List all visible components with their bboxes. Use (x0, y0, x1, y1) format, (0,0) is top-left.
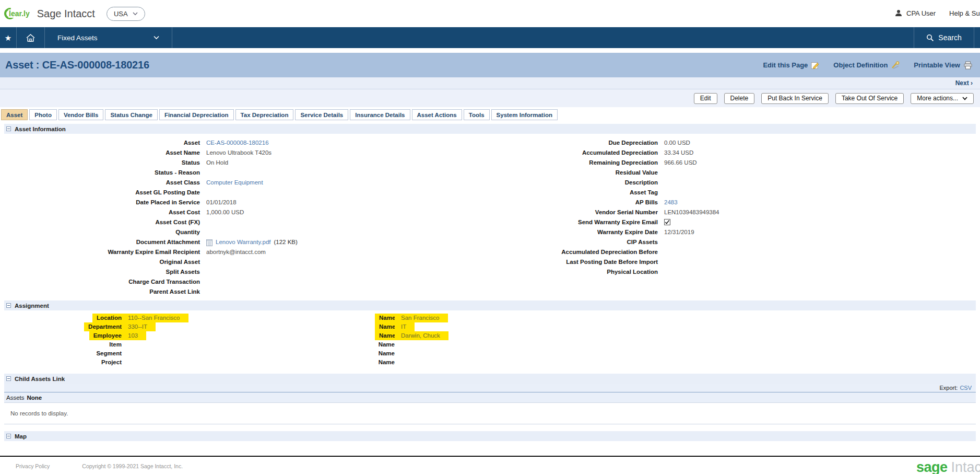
tab-financial-depreciation[interactable]: Financial Depreciation (159, 109, 234, 120)
export-label: Export: (940, 385, 958, 391)
put-back-in-service-button[interactable]: Put Back In Service (761, 93, 829, 104)
collapse-icon[interactable] (6, 126, 11, 131)
field-value: 01/01/2018 (200, 198, 474, 207)
attachment-link[interactable]: Lenovo Warranty.pdf (216, 237, 270, 247)
field-value (200, 287, 474, 297)
tab-insurance-details[interactable]: Insurance Details (350, 109, 410, 120)
title-band: Asset : CE-AS-000008-180216 Edit this Pa… (0, 53, 980, 77)
field-value: LEN1039483949384 (658, 207, 976, 217)
field-value (658, 237, 976, 247)
attachment-size: (122 KB) (274, 237, 297, 247)
tab-tools[interactable]: Tools (464, 109, 490, 120)
tab-asset-actions[interactable]: Asset Actions (412, 109, 462, 120)
main-nav-bar: ★ Fixed Assets Search (0, 27, 980, 48)
user-menu[interactable]: CPA User (894, 9, 936, 17)
field-label: Document Attachment (4, 237, 200, 247)
field-value-highlighted: Darwin, Chuck (395, 331, 448, 340)
checkmark-icon (665, 219, 670, 225)
home-button[interactable] (17, 27, 44, 48)
field-label: Warranty Expire Email Recipient (4, 247, 200, 257)
favorites-button[interactable]: ★ (0, 27, 16, 48)
field-value-highlighted: 103 (122, 331, 146, 340)
field-label: Parent Asset Link (4, 287, 200, 297)
record-pager-band: Next › (0, 77, 980, 89)
field-value (122, 358, 375, 367)
take-out-of-service-button[interactable]: Take Out Of Service (835, 93, 904, 104)
clearly-logo-text: lear.ly (8, 9, 30, 18)
tab-service-details[interactable]: Service Details (295, 109, 348, 120)
section-title: Map (15, 433, 27, 440)
region-selector[interactable]: USA (107, 7, 145, 21)
printable-view-link[interactable]: Printable View (914, 61, 973, 70)
field-label: Name (375, 314, 395, 322)
asset-class-link[interactable]: Computer Equipment (206, 179, 263, 186)
field-value (200, 168, 474, 178)
export-csv-link[interactable]: CSV (960, 385, 972, 391)
field-value (200, 257, 474, 267)
field-label: Split Assets (4, 267, 200, 277)
application-menu[interactable]: Fixed Assets (45, 27, 172, 48)
send-warranty-expire-email-checkbox[interactable] (664, 219, 670, 225)
tab-photo[interactable]: Photo (29, 109, 57, 120)
field-value (200, 227, 474, 237)
sage-logo-text: sage (916, 459, 948, 474)
assets-filter-row: Assets None (4, 392, 976, 402)
collapse-icon[interactable] (6, 434, 11, 438)
intacct-logo-text: Intacct (951, 459, 980, 474)
chevron-down-icon (154, 36, 159, 40)
assets-filter-value: None (27, 395, 42, 401)
field-label: Date Placed in Service (4, 198, 200, 207)
actions-band: Edit Delete Put Back In Service Take Out… (0, 89, 980, 107)
asset-id-link[interactable]: CE-AS-000008-180216 (206, 140, 269, 146)
tab-tax-depreciation[interactable]: Tax Depreciation (235, 109, 294, 120)
field-value (658, 277, 976, 287)
delete-button[interactable]: Delete (724, 93, 755, 104)
object-definition-icon (891, 61, 900, 69)
help-support-link[interactable]: Help & Supp (949, 9, 980, 17)
field-value (658, 247, 976, 257)
child-assets-header: Child Assets Link (4, 374, 976, 384)
section-title: Child Assets Link (15, 376, 65, 382)
field-value: 1,000.00 USD (200, 207, 474, 217)
more-actions-dropdown[interactable]: More actions... (911, 93, 974, 104)
edit-button[interactable]: Edit (694, 93, 717, 104)
field-value (200, 188, 474, 198)
tab-system-information[interactable]: System Information (491, 109, 558, 120)
sage-intacct-logo: sageIntacct (916, 459, 980, 474)
field-label: Name (375, 349, 395, 358)
chevron-down-icon (133, 12, 138, 16)
tab-asset[interactable]: Asset (1, 109, 28, 120)
child-assets-section: Child Assets Link Export: CSV Assets Non… (4, 374, 976, 424)
collapse-icon[interactable] (6, 376, 11, 381)
field-value (200, 277, 474, 287)
clearly-logo[interactable]: lear.ly (4, 8, 30, 19)
record-tabs: Asset Photo Vendor Bills Status Change F… (1, 109, 980, 120)
object-definition-link[interactable]: Object Definition (833, 61, 900, 70)
field-label: Warranty Expire Date (474, 227, 658, 237)
privacy-policy-link[interactable]: Privacy Policy (16, 463, 50, 469)
header-right: CPA User Help & Supp (894, 9, 980, 17)
assignment-header: Assignment (4, 300, 976, 310)
assets-label: Assets (6, 395, 25, 401)
field-value: 966.66 USD (658, 158, 976, 168)
field-label: Asset Name (4, 148, 200, 158)
field-label: Name (375, 340, 395, 349)
field-value (122, 349, 375, 358)
document-icon (206, 239, 212, 246)
edit-this-page-link[interactable]: Edit this Page (763, 61, 820, 70)
tab-vendor-bills[interactable]: Vendor Bills (58, 109, 103, 120)
field-value (395, 340, 976, 349)
field-label: Segment (4, 349, 122, 358)
field-label: Department (84, 322, 122, 331)
nav-spacer (172, 27, 914, 48)
tab-status-change[interactable]: Status Change (105, 109, 158, 120)
field-label: Asset Cost (FX) (4, 217, 200, 227)
footer-links: Privacy Policy Copyright © 1999-2021 Sag… (0, 457, 980, 469)
next-record-link[interactable]: Next › (955, 79, 973, 87)
ap-bills-link[interactable]: 2483 (664, 199, 678, 205)
search-icon (926, 34, 934, 42)
search-button[interactable]: Search (914, 27, 974, 48)
field-label: Charge Card Transaction (4, 277, 200, 287)
collapse-icon[interactable] (6, 303, 11, 308)
footer: Privacy Policy Copyright © 1999-2021 Sag… (0, 456, 980, 474)
